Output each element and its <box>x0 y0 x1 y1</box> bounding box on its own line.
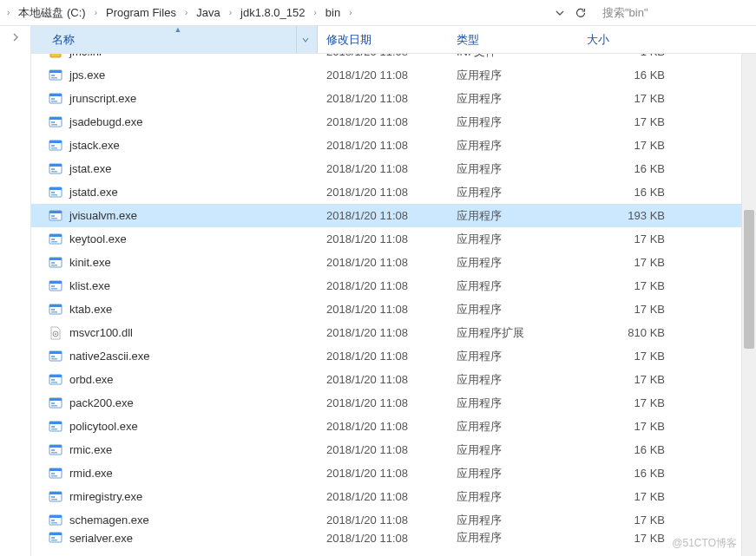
address-dropdown[interactable] <box>549 3 570 23</box>
breadcrumb-item[interactable]: 本地磁盘 (C:) <box>13 5 90 21</box>
exe-icon <box>49 279 62 293</box>
table-row[interactable]: jsadebugd.exe2018/1/20 11:08应用程序17 KB <box>31 110 756 134</box>
vertical-scrollbar[interactable] <box>741 54 756 556</box>
breadcrumb-item[interactable]: bin <box>320 6 345 19</box>
file-type-cell: 应用程序 <box>448 232 578 247</box>
table-row[interactable]: jrunscript.exe2018/1/20 11:08应用程序17 KB <box>31 87 756 110</box>
chevron-right-icon[interactable]: › <box>181 8 191 17</box>
table-row[interactable]: jvisualvm.exe2018/1/20 11:08应用程序193 KB <box>31 204 756 227</box>
table-row[interactable]: jstatd.exe2018/1/20 11:08应用程序16 KB <box>31 180 756 204</box>
file-name: jstack.exe <box>69 139 120 152</box>
column-date[interactable]: 修改日期 <box>318 32 448 48</box>
file-name: jvisualvm.exe <box>69 209 137 222</box>
table-row[interactable]: policytool.exe2018/1/20 11:08应用程序17 KB <box>31 415 756 438</box>
nav-expand-icon[interactable] <box>9 33 23 47</box>
sort-ascending-icon: ▲ <box>174 26 182 34</box>
table-row[interactable]: rmid.exe2018/1/20 11:08应用程序16 KB <box>31 461 756 485</box>
svg-rect-83 <box>51 537 55 539</box>
svg-rect-8 <box>49 94 62 96</box>
file-type-cell: 应用程序 <box>448 396 578 411</box>
file-size-cell: 17 KB <box>578 420 691 433</box>
search-box[interactable] <box>596 2 753 24</box>
file-name-cell: rmic.exe <box>31 443 318 457</box>
breadcrumb-item[interactable]: jdk1.8.0_152 <box>235 6 310 19</box>
file-size-cell: 17 KB <box>578 279 691 292</box>
file-name-cell: msvcr100.dll <box>31 326 318 340</box>
svg-rect-59 <box>51 402 55 404</box>
file-type-cell: 应用程序 <box>448 419 578 435</box>
search-input[interactable] <box>602 6 747 19</box>
file-size-cell: 17 KB <box>578 396 691 409</box>
column-size[interactable]: 大小 <box>578 32 691 48</box>
address-bar[interactable]: ›本地磁盘 (C:)›Program Files›Java›jdk1.8.0_1… <box>0 0 756 26</box>
table-row[interactable]: msvcr100.dll2018/1/20 11:08应用程序扩展810 KB <box>31 321 756 344</box>
file-size-cell: 16 KB <box>578 69 691 82</box>
chevron-right-icon[interactable]: › <box>3 8 13 17</box>
table-row[interactable]: jps.exe2018/1/20 11:08应用程序16 KB <box>31 63 756 87</box>
exe-icon <box>49 350 62 363</box>
table-row[interactable]: serialver.exe2018/1/20 11:08应用程序17 KB <box>31 532 756 544</box>
table-row[interactable]: orbd.exe2018/1/20 11:08应用程序17 KB <box>31 368 756 391</box>
column-name-label: 名称 <box>52 32 75 48</box>
table-row[interactable]: schemagen.exe2018/1/20 11:08应用程序17 KB <box>31 508 756 532</box>
file-name-cell: policytool.exe <box>31 420 318 434</box>
svg-rect-12 <box>49 117 62 120</box>
table-row[interactable]: rmic.exe2018/1/20 11:08应用程序16 KB <box>31 438 756 461</box>
file-name: rmic.exe <box>69 443 112 456</box>
table-row[interactable]: jmc.ini2018/1/20 11:08INI 文件1 KB <box>31 54 756 63</box>
refresh-button[interactable] <box>570 3 591 23</box>
chevron-right-icon[interactable]: › <box>311 8 320 17</box>
nav-pane <box>0 26 31 556</box>
svg-rect-6 <box>51 77 57 79</box>
table-row[interactable]: kinit.exe2018/1/20 11:08应用程序17 KB <box>31 251 756 274</box>
file-size-cell: 16 KB <box>578 443 691 456</box>
svg-rect-25 <box>51 192 55 193</box>
exe-icon <box>49 396 62 410</box>
chevron-right-icon[interactable]: › <box>345 8 355 17</box>
file-date-cell: 2018/1/20 11:08 <box>318 256 448 269</box>
svg-rect-45 <box>51 309 55 311</box>
breadcrumb[interactable]: ›本地磁盘 (C:)›Program Files›Java›jdk1.8.0_1… <box>3 5 549 21</box>
svg-rect-74 <box>49 492 62 494</box>
file-type-cell: INI 文件 <box>448 54 578 60</box>
svg-rect-33 <box>51 239 55 240</box>
exe-icon <box>49 490 62 504</box>
breadcrumb-item[interactable]: Program Files <box>101 6 181 19</box>
chevron-right-icon[interactable]: › <box>91 8 101 17</box>
table-row[interactable]: rmiregistry.exe2018/1/20 11:08应用程序17 KB <box>31 485 756 508</box>
column-name-dropdown[interactable] <box>296 26 313 53</box>
file-list[interactable]: jmc.ini2018/1/20 11:08INI 文件1 KBjps.exe2… <box>31 54 756 556</box>
file-type-cell: 应用程序 <box>448 255 578 271</box>
table-row[interactable]: jstack.exe2018/1/20 11:08应用程序17 KB <box>31 134 756 157</box>
breadcrumb-item[interactable]: Java <box>191 6 225 19</box>
file-size-cell: 17 KB <box>578 350 691 363</box>
column-name[interactable]: 名称 ▲ <box>31 26 318 53</box>
column-type[interactable]: 类型 <box>448 32 578 48</box>
file-name: msvcr100.dll <box>69 326 133 339</box>
table-row[interactable]: pack200.exe2018/1/20 11:08应用程序17 KB <box>31 391 756 415</box>
chevron-right-icon[interactable]: › <box>226 8 235 17</box>
file-name: jsadebugd.exe <box>69 115 143 128</box>
table-row[interactable]: klist.exe2018/1/20 11:08应用程序17 KB <box>31 274 756 298</box>
table-row[interactable]: keytool.exe2018/1/20 11:08应用程序17 KB <box>31 227 756 251</box>
file-size-cell: 17 KB <box>578 373 691 386</box>
svg-rect-56 <box>51 382 57 383</box>
file-name-cell: kinit.exe <box>31 256 318 270</box>
svg-point-48 <box>55 333 56 335</box>
svg-rect-50 <box>49 351 62 354</box>
file-date-cell: 2018/1/20 11:08 <box>318 443 448 456</box>
table-row[interactable]: ktab.exe2018/1/20 11:08应用程序17 KB <box>31 298 756 321</box>
svg-rect-24 <box>49 187 62 190</box>
table-row[interactable]: jstat.exe2018/1/20 11:08应用程序16 KB <box>31 157 756 180</box>
scrollbar-thumb[interactable] <box>744 210 754 349</box>
file-name: jstatd.exe <box>69 186 118 199</box>
file-name: schemagen.exe <box>69 513 149 527</box>
file-date-cell: 2018/1/20 11:08 <box>318 513 448 527</box>
file-name: jstat.exe <box>69 162 111 175</box>
svg-rect-5 <box>51 75 55 76</box>
table-row[interactable]: native2ascii.exe2018/1/20 11:08应用程序17 KB <box>31 344 756 368</box>
exe-icon <box>49 420 62 434</box>
svg-rect-52 <box>51 358 57 360</box>
svg-rect-84 <box>51 540 57 541</box>
exe2-icon <box>49 209 62 223</box>
